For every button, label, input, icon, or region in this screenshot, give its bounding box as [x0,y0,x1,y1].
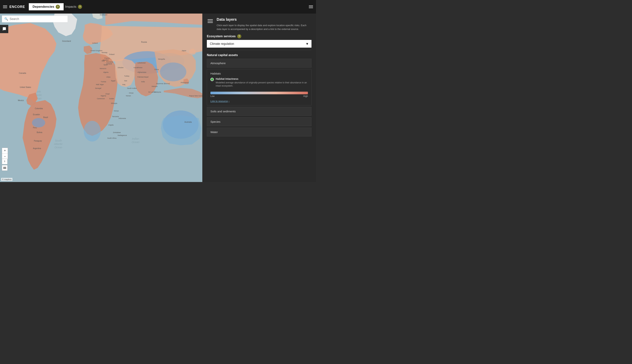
svg-text:Zimbabwe: Zimbabwe [113,132,121,134]
svg-text:Atlantic: Atlantic [54,142,63,146]
app-header: ENCORE Dependencies ? Impacts ? [0,0,316,14]
svg-text:Australia: Australia [184,121,192,123]
svg-marker-81 [4,160,5,162]
svg-text:Indonesia: Indonesia [118,118,126,119]
svg-text:Algeria: Algeria [103,71,108,73]
layers-button[interactable] [2,165,8,171]
svg-text:Brazil: Brazil [43,116,48,118]
svg-text:Mongolia: Mongolia [158,58,165,60]
svg-text:China: China [154,68,159,70]
link-arrow-icon: › [229,100,230,102]
atmosphere-card[interactable]: Atmosphere [207,59,312,68]
svg-text:Norway: Norway [102,52,108,54]
svg-text:United Kingdom: United Kingdom [90,50,102,52]
svg-text:Yemen: Yemen [126,95,131,97]
svg-text:Iraq: Iraq [122,84,125,86]
atmosphere-label: Atmosphere [207,59,311,68]
svg-text:Nepal: Nepal [144,76,148,78]
svg-text:Bolivia: Bolivia [37,131,42,134]
impacts-help-icon[interactable]: ? [78,5,82,9]
svg-rect-84 [3,168,6,168]
svg-text:South: South [55,139,62,142]
panel-title: Data layers [217,17,312,22]
svg-text:Paraguay: Paraguay [34,140,42,142]
dependencies-help-icon[interactable]: ? [56,5,60,9]
link-resource[interactable]: Link to resource › [207,98,311,105]
svg-text:Angola: Angola [108,124,114,126]
species-card[interactable]: Species [207,117,312,126]
comment-button[interactable] [0,25,8,33]
svg-text:Ethiopia: Ethiopia [111,102,117,104]
svg-text:Afghanistan: Afghanistan [138,71,146,73]
water-card[interactable]: Water [207,128,312,136]
legend-bar-wrapper: Low High [207,90,311,98]
svg-text:Tanzania: Tanzania [112,116,119,118]
svg-text:Iran: Iran [124,80,127,82]
svg-text:Mexico: Mexico [18,100,24,102]
header-menu-icon[interactable] [3,6,7,8]
search-icon: 🔍 [4,17,8,21]
svg-text:Canada: Canada [19,72,26,74]
svg-text:Pakistan: Pakistan [138,76,144,78]
ecosystem-help-icon[interactable]: ? [237,34,241,38]
svg-text:Greenland: Greenland [62,40,71,42]
habitat-intactness-item: Habitat Intactness Modelled average abun… [207,75,311,90]
svg-text:Vietnam: Vietnam [152,86,158,87]
svg-text:Kenya: Kenya [114,110,119,112]
habitats-card[interactable]: Habitats Habitat Intactness Modelled ave… [207,69,312,106]
svg-text:Kazakhstan: Kazakhstan [134,67,142,68]
compass-button[interactable] [2,159,8,164]
legend-labels: Low High [210,95,308,98]
header-right-menu-icon[interactable] [309,6,313,8]
svg-rect-88 [208,22,213,23]
dependencies-button[interactable]: Dependencies ? [29,3,64,10]
water-label: Water [207,128,311,136]
svg-text:Sudan: Sudan [109,98,114,100]
svg-text:Romania: Romania [106,61,113,63]
species-label: Species [207,118,311,126]
svg-text:South Africa: South Africa [107,137,116,139]
svg-text:Ecuador: Ecuador [33,114,40,116]
svg-text:Iceland: Iceland [92,42,98,44]
svg-text:Senegal: Senegal [95,87,101,89]
svg-text:Svalbard: Svalbard [100,14,107,16]
svg-point-12 [84,121,101,142]
svg-text:Ocean: Ocean [54,146,62,149]
svg-text:Nigeria: Nigeria [101,95,106,97]
svg-rect-85 [3,168,6,169]
natural-capital-title: Natural capital assets [202,52,316,59]
svg-text:Uzbekistan: Uzbekistan [138,62,146,64]
svg-text:Oman: Oman [129,92,134,94]
app-logo: ENCORE [10,5,25,9]
search-input[interactable] [10,17,65,21]
ecosystem-dropdown-wrapper: Climate regulation Water regulation Carb… [207,40,312,48]
map-container[interactable]: North Atlantic Ocean South Atlantic Ocea… [0,14,202,182]
zoom-in-button[interactable]: + [2,148,8,154]
svg-text:Chad: Chad [106,93,110,95]
svg-text:Egypt: Egypt [111,80,116,82]
impacts-button[interactable]: Impacts ? [65,5,82,9]
svg-text:Turkey: Turkey [124,75,130,77]
svg-text:Papua New Guinea: Papua New Guinea [189,95,202,97]
svg-text:Russia: Russia [141,41,147,43]
svg-text:Colombia: Colombia [35,108,43,110]
zoom-controls: + − [2,148,8,160]
ecosystem-services-title: Ecosystem services ? [202,31,316,40]
svg-text:Morocco: Morocco [100,68,106,70]
svg-text:Spain: Spain [104,64,108,66]
zoom-out-button[interactable]: − [2,154,8,159]
svg-point-9 [32,118,45,128]
soils-card[interactable]: Soils and sediments [207,107,312,116]
habitat-intactness-desc: Modelled average abundance of originally… [216,81,308,88]
data-layers-icon [207,18,214,25]
legend-low-label: Low [210,95,214,98]
svg-point-13 [160,62,186,81]
svg-text:Japan: Japan [182,50,186,52]
svg-text:Libya: Libya [106,76,110,78]
svg-text:Malaysia: Malaysia [154,91,161,93]
ecosystem-services-dropdown[interactable]: Climate regulation Water regulation Carb… [207,40,312,48]
world-map: North Atlantic Ocean South Atlantic Ocea… [0,14,202,182]
svg-text:Peru: Peru [33,127,37,129]
search-bar: 🔍 [2,16,68,22]
svg-text:Argentina: Argentina [33,147,41,150]
